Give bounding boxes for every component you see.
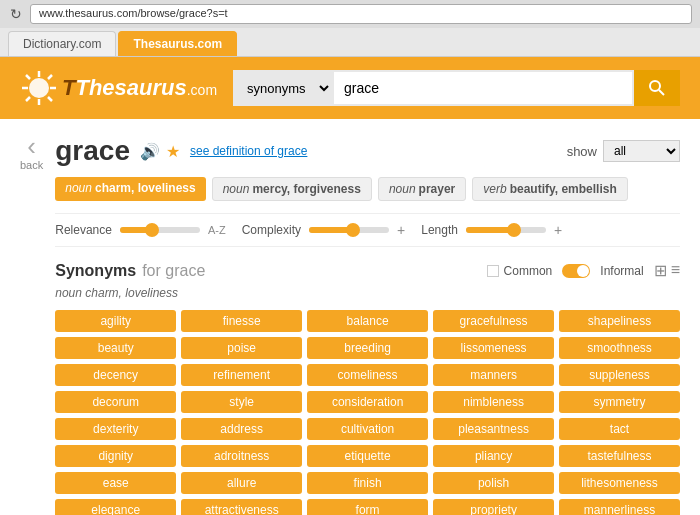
word-tag[interactable]: pleasantness <box>433 418 554 440</box>
show-select[interactable]: all formal informal <box>603 140 680 162</box>
word-tag[interactable]: adroitness <box>181 445 302 467</box>
word-tag[interactable]: shapeliness <box>559 310 680 332</box>
complexity-slider-group: Complexity + <box>242 222 406 238</box>
logo-dotcom: .com <box>187 82 217 98</box>
word-tag[interactable]: comeliness <box>307 364 428 386</box>
word-tag[interactable]: pliancy <box>433 445 554 467</box>
word-tag[interactable]: breeding <box>307 337 428 359</box>
noun-tab-3[interactable]: verbbeautify, embellish <box>472 177 627 201</box>
word-tag[interactable]: tastefulness <box>559 445 680 467</box>
relevance-label: Relevance <box>55 223 112 237</box>
word-tag[interactable]: address <box>181 418 302 440</box>
word-tag[interactable]: form <box>307 499 428 515</box>
word-tag[interactable]: decorum <box>55 391 176 413</box>
word-tag[interactable]: manners <box>433 364 554 386</box>
word-tag[interactable]: lissomeness <box>433 337 554 359</box>
list-view-icon[interactable]: ≡ <box>671 261 680 280</box>
see-definition-link[interactable]: see definition of grace <box>190 144 307 158</box>
word-tag[interactable]: tact <box>559 418 680 440</box>
word-tag[interactable]: symmetry <box>559 391 680 413</box>
view-icons: ⊞ ≡ <box>654 261 680 280</box>
site-header: TThesaurus .com synonyms antonyms <box>0 57 700 119</box>
search-type-dropdown[interactable]: synonyms antonyms <box>233 70 332 106</box>
show-filter: show all formal informal <box>567 140 680 162</box>
url-bar[interactable]: www.thesaurus.com/browse/grace?s=t <box>30 4 692 24</box>
show-label: show <box>567 144 597 159</box>
relevance-thumb[interactable] <box>145 223 159 237</box>
word-tag[interactable]: beauty <box>55 337 176 359</box>
complexity-slider[interactable] <box>309 227 389 233</box>
complexity-thumb[interactable] <box>346 223 360 237</box>
word-tag[interactable]: finish <box>307 472 428 494</box>
word-tag[interactable]: allure <box>181 472 302 494</box>
length-slider[interactable] <box>466 227 546 233</box>
favorite-icon[interactable]: ★ <box>166 142 180 161</box>
browser-tabs: Dictionary.com Thesaurus.com <box>0 28 700 56</box>
browser-chrome: ↻ www.thesaurus.com/browse/grace?s=t Dic… <box>0 0 700 57</box>
word-tag[interactable]: polish <box>433 472 554 494</box>
word-tag[interactable]: consideration <box>307 391 428 413</box>
informal-label: Informal <box>600 264 643 278</box>
word-tag[interactable]: agility <box>55 310 176 332</box>
word-tag[interactable]: attractiveness <box>181 499 302 515</box>
complexity-plus-icon: + <box>397 222 405 238</box>
search-button[interactable] <box>634 70 680 106</box>
length-thumb[interactable] <box>507 223 521 237</box>
word-tag[interactable]: ease <box>55 472 176 494</box>
noun-tab-2[interactable]: nounprayer <box>378 177 466 201</box>
svg-line-7 <box>48 75 52 79</box>
common-checkbox[interactable] <box>487 265 499 277</box>
word-tag[interactable]: smoothness <box>559 337 680 359</box>
svg-point-0 <box>29 78 49 98</box>
tab-dictionary[interactable]: Dictionary.com <box>8 31 116 56</box>
toggle-knob <box>577 265 589 277</box>
speaker-icon[interactable]: 🔊 <box>140 142 160 161</box>
complexity-label: Complexity <box>242 223 301 237</box>
noun-subtitle: noun charm, loveliness <box>55 286 680 300</box>
filter-options: Common Informal ⊞ ≡ <box>487 261 680 280</box>
word-tag[interactable]: finesse <box>181 310 302 332</box>
word-tag[interactable]: cultivation <box>307 418 428 440</box>
synonyms-for-label: for grace <box>142 262 205 280</box>
word-tag[interactable]: decency <box>55 364 176 386</box>
word-tag[interactable]: propriety <box>433 499 554 515</box>
relevance-slider[interactable] <box>120 227 200 233</box>
svg-line-6 <box>48 97 52 101</box>
svg-line-8 <box>26 97 30 101</box>
grid-view-icon[interactable]: ⊞ <box>654 261 667 280</box>
common-option: Common <box>487 264 553 278</box>
synonyms-title: Synonyms <box>55 262 136 280</box>
svg-line-5 <box>26 75 30 79</box>
word-tag[interactable]: refinement <box>181 364 302 386</box>
word-tag[interactable]: suppleness <box>559 364 680 386</box>
browser-toolbar: ↻ www.thesaurus.com/browse/grace?s=t <box>0 0 700 28</box>
word-tag[interactable]: mannerliness <box>559 499 680 515</box>
word-tag[interactable]: balance <box>307 310 428 332</box>
word-tag[interactable]: dignity <box>55 445 176 467</box>
word-icons: 🔊 ★ <box>140 142 180 161</box>
word-tag[interactable]: style <box>181 391 302 413</box>
back-button[interactable]: ‹ back <box>20 133 43 171</box>
svg-point-9 <box>650 81 660 91</box>
word-header: grace 🔊 ★ see definition of grace show a… <box>55 131 680 167</box>
word-tag[interactable]: poise <box>181 337 302 359</box>
logo-text: TThesaurus <box>62 75 187 101</box>
refresh-button[interactable]: ↻ <box>8 6 24 22</box>
main-content: ‹ back grace 🔊 ★ see definition of grace… <box>0 119 700 515</box>
search-form: synonyms antonyms <box>233 70 680 106</box>
word-tag[interactable]: dexterity <box>55 418 176 440</box>
back-arrow-icon: ‹ <box>27 133 36 159</box>
word-tag[interactable]: elegance <box>55 499 176 515</box>
tab-thesaurus[interactable]: Thesaurus.com <box>118 31 237 56</box>
word-tag[interactable]: nimbleness <box>433 391 554 413</box>
logo[interactable]: TThesaurus .com <box>20 69 217 107</box>
noun-tab-1[interactable]: nounmercy, forgiveness <box>212 177 372 201</box>
noun-tab-0[interactable]: nouncharm, loveliness <box>55 177 205 201</box>
word-tag[interactable]: lithesomeness <box>559 472 680 494</box>
back-label: back <box>20 159 43 171</box>
az-label: A-Z <box>208 224 226 236</box>
word-tag[interactable]: gracefulness <box>433 310 554 332</box>
search-input[interactable] <box>332 70 634 106</box>
word-tag[interactable]: etiquette <box>307 445 428 467</box>
informal-toggle[interactable] <box>562 264 590 278</box>
